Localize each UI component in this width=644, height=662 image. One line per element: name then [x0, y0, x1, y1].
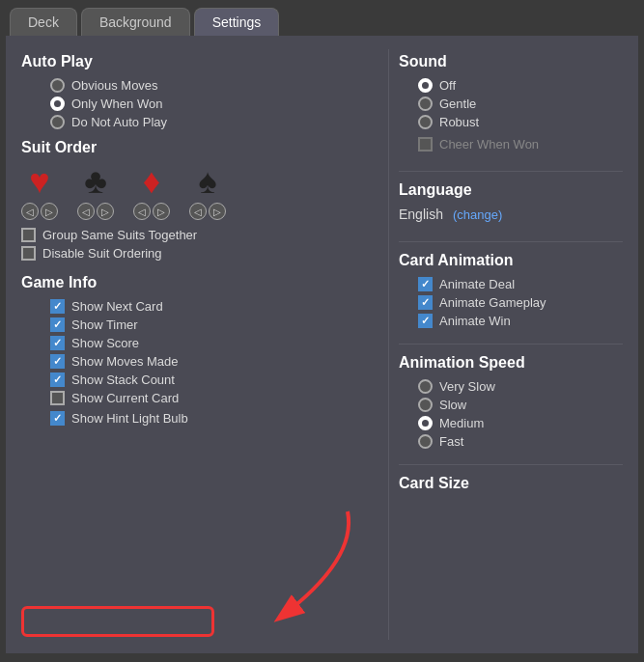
speed-fast-radio[interactable] [418, 434, 433, 449]
sound-off-radio[interactable] [418, 78, 433, 93]
left-column: Auto Play Obvious Moves Only When Won Do… [21, 49, 388, 640]
show-current-label: Show Current Card [71, 391, 179, 405]
show-moves-checkbox[interactable] [50, 354, 65, 369]
speed-slow[interactable]: Slow [418, 398, 623, 412]
language-change-link[interactable]: (change) [453, 207, 502, 222]
card-size-section: Card Size [399, 475, 623, 492]
spade-left-arrow[interactable]: ◁ [189, 203, 207, 220]
disable-suit-checkbox[interactable] [21, 246, 36, 261]
suit-heart: ♥ ◁ ▷ [21, 164, 58, 220]
animate-win-item[interactable]: Animate Win [418, 314, 623, 328]
heart-symbol: ♥ [29, 164, 49, 199]
group-suits-label: Group Same Suits Together [42, 228, 197, 242]
show-timer-checkbox[interactable] [50, 317, 65, 332]
show-score-item[interactable]: Show Score [50, 336, 378, 350]
animate-gameplay-item[interactable]: Animate Gameplay [418, 295, 623, 310]
animate-deal-item[interactable]: Animate Deal [418, 277, 623, 291]
autoplay-onlywon-radio[interactable] [50, 97, 65, 111]
show-stack-item[interactable]: Show Stack Count [50, 372, 378, 387]
show-current-item[interactable]: Show Current Card [50, 391, 378, 405]
club-arrows: ◁ ▷ [77, 203, 114, 220]
autoplay-onlywon-label: Only When Won [71, 97, 162, 111]
show-next-card-item[interactable]: Show Next Card [50, 299, 378, 314]
cheer-won-checkbox[interactable] [418, 137, 433, 152]
show-next-card-checkbox[interactable] [50, 299, 65, 314]
sound-robust[interactable]: Robust [418, 115, 623, 129]
show-hint-item[interactable]: Show Hint Light Bulb [50, 411, 378, 426]
sound-section: Sound Off Gentle Robust Cheer When Won [399, 53, 623, 152]
diamond-left-arrow[interactable]: ◁ [133, 203, 151, 220]
sound-gentle-radio[interactable] [418, 97, 433, 111]
show-moves-label: Show Moves Made [71, 354, 179, 369]
animate-deal-checkbox[interactable] [418, 277, 433, 291]
animation-speed-section: Animation Speed Very Slow Slow Medium Fa… [399, 354, 623, 449]
show-score-checkbox[interactable] [50, 336, 65, 350]
club-left-arrow[interactable]: ◁ [77, 203, 95, 220]
card-animation-checkboxes: Animate Deal Animate Gameplay Animate Wi… [418, 277, 623, 328]
show-moves-item[interactable]: Show Moves Made [50, 354, 378, 369]
group-suits-checkbox[interactable] [21, 228, 36, 242]
animate-win-checkbox[interactable] [418, 314, 433, 328]
spade-arrows: ◁ ▷ [189, 203, 226, 220]
autoplay-notauto-radio[interactable] [50, 115, 65, 129]
settings-content: Auto Play Obvious Moves Only When Won Do… [6, 36, 638, 653]
speed-medium[interactable]: Medium [418, 416, 623, 430]
suit-club: ♣ ◁ ▷ [77, 164, 114, 220]
autoplay-obvious[interactable]: Obvious Moves [50, 78, 378, 93]
language-section: Language English (change) [399, 181, 623, 222]
show-hint-checkbox[interactable] [50, 411, 65, 426]
sound-robust-radio[interactable] [418, 115, 433, 129]
speed-medium-label: Medium [439, 416, 484, 430]
sound-gentle[interactable]: Gentle [418, 97, 623, 111]
speed-fast-label: Fast [439, 434, 463, 449]
cheer-won-item[interactable]: Cheer When Won [418, 137, 623, 152]
show-timer-item[interactable]: Show Timer [50, 317, 378, 332]
heart-right-arrow[interactable]: ▷ [41, 203, 58, 220]
show-current-checkbox[interactable] [50, 391, 65, 405]
autoplay-onlywon[interactable]: Only When Won [50, 97, 378, 111]
sound-title: Sound [399, 53, 623, 70]
diamond-right-arrow[interactable]: ▷ [153, 203, 170, 220]
right-column: Sound Off Gentle Robust Cheer When Won [388, 49, 623, 640]
speed-slow-label: Slow [439, 398, 466, 412]
tab-settings[interactable]: Settings [194, 8, 280, 36]
cheer-won-label: Cheer When Won [439, 137, 539, 152]
group-suits-item[interactable]: Group Same Suits Together [21, 228, 378, 242]
diamond-arrows: ◁ ▷ [133, 203, 170, 220]
speed-fast[interactable]: Fast [418, 434, 623, 449]
animate-gameplay-checkbox[interactable] [418, 295, 433, 310]
spade-symbol: ♠ [198, 164, 216, 199]
sound-off[interactable]: Off [418, 78, 623, 93]
animate-win-label: Animate Win [439, 314, 511, 328]
animate-deal-label: Animate Deal [439, 277, 515, 291]
show-stack-label: Show Stack Count [71, 372, 175, 387]
diamond-symbol: ♦ [143, 164, 160, 199]
speed-very-slow-radio[interactable] [418, 379, 433, 394]
suit-diamond: ♦ ◁ ▷ [133, 164, 170, 220]
spade-right-arrow[interactable]: ▷ [209, 203, 226, 220]
speed-slow-radio[interactable] [418, 398, 433, 412]
autoplay-notauto[interactable]: Do Not Auto Play [50, 115, 378, 129]
speed-medium-radio[interactable] [418, 416, 433, 430]
speed-options: Very Slow Slow Medium Fast [418, 379, 623, 449]
speed-very-slow-label: Very Slow [439, 379, 495, 394]
suit-order-title: Suit Order [21, 139, 378, 156]
heart-left-arrow[interactable]: ◁ [21, 203, 39, 220]
disable-suit-item[interactable]: Disable Suit Ordering [21, 246, 378, 261]
tab-bar: Deck Background Settings [0, 0, 644, 36]
autoplay-obvious-radio[interactable] [50, 78, 65, 93]
animation-speed-title: Animation Speed [399, 354, 623, 372]
divider-1 [399, 171, 623, 172]
animate-gameplay-label: Animate Gameplay [439, 295, 546, 310]
show-stack-checkbox[interactable] [50, 372, 65, 387]
sound-off-label: Off [439, 78, 456, 93]
divider-2 [399, 241, 623, 242]
speed-very-slow[interactable]: Very Slow [418, 379, 623, 394]
sound-gentle-label: Gentle [439, 97, 476, 111]
suit-checkboxes: Group Same Suits Together Disable Suit O… [21, 228, 378, 261]
tab-deck[interactable]: Deck [10, 8, 77, 36]
tab-background[interactable]: Background [81, 8, 190, 36]
heart-arrows: ◁ ▷ [21, 203, 58, 220]
game-info-title: Game Info [21, 274, 378, 291]
club-right-arrow[interactable]: ▷ [97, 203, 114, 220]
